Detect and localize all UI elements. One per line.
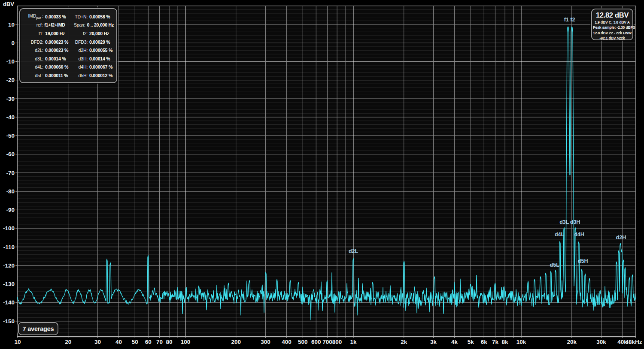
d3l-label: d3L: (23, 56, 43, 61)
d5l-label: d5L: (23, 73, 43, 78)
y-tick-label: -80 (6, 188, 15, 195)
level-readout-main: 12.82 dBV (593, 10, 632, 20)
x-tick-label: 80 (166, 339, 173, 345)
y-tick-label: -140 (3, 299, 15, 306)
d4l-label: d4L: (23, 64, 43, 69)
dfd3-label: DFD3: (70, 39, 88, 45)
imd-power-value: 0.00033 % (45, 14, 70, 19)
x-tick-label: 400 (282, 339, 292, 345)
d4h-label: d4H: (70, 64, 88, 69)
x-tick-label: 8k (502, 339, 509, 345)
x-tick-label: 600 (311, 339, 321, 345)
x-tick-label: 200 (231, 339, 241, 345)
x-tick-label: 1k (350, 339, 357, 345)
d5h-value: 0.000012 % (89, 73, 114, 78)
y-tick-label: -120 (3, 262, 15, 269)
y-tick-label: -100 (3, 225, 15, 232)
level-readout-above-22k: -92.1 dBV >22k (593, 36, 632, 41)
peak-label-d2L: d2L (349, 248, 358, 254)
x-tick-label: 6k (481, 339, 488, 345)
peak-label-d4H: d4H (574, 232, 584, 238)
d5l-value: 0.000011 % (45, 73, 70, 78)
d2l-value: 0.000023 % (45, 48, 70, 53)
y-tick-label: -110 (3, 244, 15, 250)
x-tick-label: 20 (65, 339, 71, 345)
x-tick-label: 70 (156, 339, 163, 345)
d3h-label: d3H: (70, 56, 88, 61)
peak-label-f1f2: f1 f2 (564, 17, 575, 23)
measurement-row: IMDpwr : 0.00033 % TD+N: 0.00058 % (23, 12, 114, 21)
peak-label-d5H: d5H (578, 258, 588, 264)
dfd2-value: 0.000023 % (45, 39, 70, 45)
x-tick-label: 60 (145, 339, 152, 345)
d3l-value: 0.00014 % (45, 56, 70, 61)
x-tick-label: 10k (516, 339, 526, 345)
measurement-row: d5L: 0.000011 % d5H: 0.000012 % (23, 71, 114, 80)
ref-value: f1+f2+IMD (44, 22, 68, 27)
span-value: 0 .. 20,000 Hz (87, 22, 114, 27)
x-tick-label: 4k (451, 339, 458, 345)
y-tick-label: 10 (8, 21, 15, 28)
y-tick-label: -60 (6, 151, 15, 157)
x-tick-label: 3k (430, 339, 437, 345)
x-tick-label: 30k (596, 339, 606, 345)
d5h-label: d5H: (70, 73, 88, 78)
x-tick-label: 500 (298, 339, 308, 345)
d2l-label: d2L: (23, 48, 43, 53)
level-readout-band: 12.8 dBV 22 - 22k UNW (593, 30, 632, 36)
x-tick-label: 7k (492, 339, 499, 345)
d2h-value: 0.000055 % (89, 48, 114, 53)
dfd3-value: 0.00029 % (89, 39, 114, 45)
y-tick-label: -50 (6, 132, 15, 139)
measurement-row: f1: 19,000 Hz f2: 20,000 Hz (23, 29, 114, 38)
averages-badge[interactable]: 7 averages (18, 322, 58, 335)
d2h-label: d2H: (70, 48, 88, 53)
y-tick-label: -10 (6, 58, 15, 65)
level-readout-weighted: 1.9 dBV C, 3.8 dBV A (593, 20, 632, 25)
measurement-row: d4L: 0.000066 % d4H: 0.000067 % (23, 63, 114, 72)
measurement-row: ref: f1+f2+IMD Span: 0 .. 20,000 Hz (23, 21, 114, 30)
f1-value: 19,000 Hz (45, 31, 70, 36)
peak-label-d3L: d3L (559, 219, 569, 225)
x-tick-label: 48kHz (626, 339, 642, 345)
y-tick-label: 0 (11, 40, 15, 46)
measurement-row: d3L: 0.00014 % d3H: 0.00014 % (23, 54, 114, 63)
x-tick-label: 40 (115, 339, 122, 345)
ref-label: ref: (23, 22, 43, 27)
peak-label-d4L: d4L (555, 232, 565, 238)
measurement-row: DFD2: 0.000023 % DFD3: 0.00029 % (23, 38, 114, 46)
peak-label-d2H: d2H (616, 235, 626, 241)
x-tick-label: 2k (401, 339, 407, 345)
y-tick-label: -90 (6, 207, 15, 213)
x-tick-label: 700 (322, 339, 332, 345)
dfd2-label: DFD2: (23, 39, 43, 45)
x-tick-label: 10 (14, 339, 21, 345)
y-axis-unit-label: dBV (3, 1, 14, 7)
span-label: Span: (68, 22, 85, 27)
tdn-value: 0.00058 % (89, 14, 114, 19)
d3h-value: 0.00014 % (89, 56, 114, 61)
spectrum-analyzer-screen: d2Ld5Ld4Ld3Lf1 f2d3Hd4Hd5Hd2H10203040506… (0, 0, 644, 349)
f2-value: 20,000 Hz (89, 31, 114, 36)
tdn-label: TD+N: (70, 14, 88, 19)
level-readout-peak-sample: Peak sample: -2.30 dBFS (593, 25, 632, 30)
level-readout-panel[interactable]: 12.82 dBV 1.9 dBV C, 3.8 dBV A Peak samp… (591, 9, 633, 40)
y-tick-label: -150 (3, 318, 15, 325)
y-tick-label: -30 (6, 96, 15, 102)
x-tick-label: 50 (132, 339, 138, 345)
y-tick-label: -130 (3, 281, 15, 287)
x-tick-label: 300 (261, 339, 270, 345)
imd-power-label: IMDpwr : (23, 13, 43, 20)
x-tick-label: 800 (332, 339, 342, 345)
x-tick-label: 5k (468, 339, 474, 345)
peak-label-d3H: d3H (570, 219, 580, 225)
x-tick-label: 100 (181, 339, 191, 345)
d4l-value: 0.000066 % (45, 64, 70, 69)
f2-label: f2: (70, 31, 88, 36)
peak-label-d5L: d5L (550, 262, 560, 268)
y-tick-label: -70 (6, 170, 15, 176)
f1-label: f1: (23, 31, 43, 36)
d4h-value: 0.000067 % (89, 64, 114, 69)
x-tick-label: 30 (94, 339, 101, 345)
imd-measurements-panel[interactable]: IMDpwr : 0.00033 % TD+N: 0.00058 % ref: … (19, 8, 117, 83)
